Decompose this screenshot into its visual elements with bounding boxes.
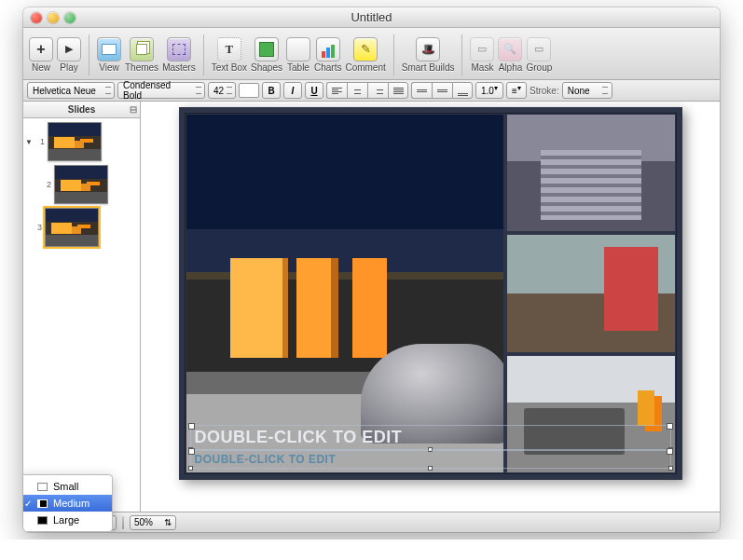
- view-button[interactable]: View: [97, 37, 121, 73]
- columns-select[interactable]: ≡: [506, 82, 527, 99]
- line-spacing-select[interactable]: 1.0: [475, 82, 503, 99]
- status-bar: ▸ 50%⇅ Small ✓Medium Large: [23, 512, 720, 532]
- h-align-group: [326, 82, 408, 99]
- play-icon: [57, 37, 81, 61]
- size-swatch-icon: [37, 499, 48, 508]
- slide-number: 3: [33, 223, 42, 232]
- alpha-label: Alpha: [499, 62, 523, 73]
- masters-button[interactable]: Masters: [162, 37, 196, 73]
- separator: [461, 34, 462, 75]
- slide-number: 1: [35, 137, 45, 146]
- smartbuilds-label: Smart Builds: [402, 62, 455, 73]
- alpha-button[interactable]: Alpha: [498, 37, 522, 73]
- stroke-select[interactable]: None: [562, 82, 612, 99]
- valign-middle-button[interactable]: [432, 82, 452, 99]
- smartbuilds-icon: [416, 37, 440, 61]
- font-family-select[interactable]: Helvetica Neue: [27, 82, 115, 99]
- title-text-box[interactable]: DOUBLE-CLICK TO EDIT: [190, 425, 671, 450]
- photo-placeholder[interactable]: [186, 115, 503, 472]
- slide-number: 2: [42, 180, 51, 189]
- content-area: Slides ▼ 1 2 3: [23, 102, 720, 512]
- play-label: Play: [60, 62, 77, 73]
- play-button[interactable]: Play: [57, 37, 81, 73]
- underline-button[interactable]: U: [305, 82, 323, 99]
- slide-thumbnail-row[interactable]: 2: [25, 165, 138, 204]
- separator: [393, 34, 394, 75]
- zoom-value: 50%: [134, 517, 153, 527]
- slides-header[interactable]: Slides: [23, 102, 140, 118]
- thumbnail-size-menu: Small ✓Medium Large: [23, 474, 113, 532]
- title-placeholder-text: DOUBLE-CLICK TO EDIT: [195, 428, 403, 446]
- zoom-select[interactable]: 50%⇅: [130, 515, 176, 530]
- font-size-select[interactable]: 42: [208, 82, 236, 99]
- size-swatch-icon: [37, 483, 48, 491]
- masters-icon: [167, 37, 191, 61]
- shapes-label: Shapes: [251, 62, 282, 73]
- titlebar[interactable]: Untitled: [23, 7, 720, 28]
- resize-handle[interactable]: [188, 466, 193, 471]
- photo-placeholder[interactable]: [507, 115, 675, 231]
- slide-thumbnail-row[interactable]: ▼ 1: [25, 122, 138, 161]
- stepper-icon: ⇅: [164, 517, 172, 527]
- format-bar: Helvetica Neue Condensed Bold 42 B I U 1…: [23, 80, 720, 102]
- themes-icon: [130, 37, 154, 61]
- resize-handle[interactable]: [668, 466, 673, 471]
- menu-item-medium[interactable]: ✓Medium: [23, 495, 112, 512]
- new-button[interactable]: New: [29, 37, 53, 73]
- subtitle-placeholder-text: DOUBLE-CLICK TO EDIT: [195, 453, 337, 466]
- resize-handle[interactable]: [428, 466, 433, 471]
- align-center-button[interactable]: [347, 82, 367, 99]
- themes-label: Themes: [125, 62, 158, 73]
- slide-thumbnail[interactable]: [54, 165, 108, 204]
- bold-button[interactable]: B: [262, 82, 281, 99]
- slide[interactable]: DOUBLE-CLICK TO EDIT DOUBLE-CLICK TO EDI…: [179, 107, 682, 480]
- plus-icon: [29, 37, 53, 61]
- slide-thumbnail-row[interactable]: 3: [25, 208, 138, 247]
- mask-label: Mask: [472, 62, 494, 73]
- table-icon: [286, 37, 310, 61]
- photo-placeholder[interactable]: [507, 235, 675, 351]
- slide-thumbnail[interactable]: [48, 122, 102, 161]
- disclosure-triangle-icon[interactable]: ▼: [25, 138, 33, 146]
- mask-icon: [470, 37, 494, 61]
- masters-label: Masters: [162, 62, 196, 73]
- table-label: Table: [287, 62, 310, 73]
- menu-item-large[interactable]: Large: [23, 512, 112, 528]
- thumbnail-list: ▼ 1 2 3: [23, 118, 140, 512]
- comment-button[interactable]: Comment: [345, 37, 385, 73]
- canvas[interactable]: DOUBLE-CLICK TO EDIT DOUBLE-CLICK TO EDI…: [141, 102, 720, 512]
- group-button[interactable]: Group: [526, 37, 552, 73]
- splitter-handle[interactable]: [122, 516, 124, 529]
- themes-button[interactable]: Themes: [125, 37, 158, 73]
- window-title: Untitled: [23, 10, 720, 24]
- separator: [89, 34, 89, 75]
- v-align-group: [411, 82, 473, 99]
- mask-button[interactable]: Mask: [470, 37, 494, 73]
- valign-bottom-button[interactable]: [452, 82, 473, 99]
- align-left-button[interactable]: [326, 82, 347, 99]
- shapes-icon: [255, 37, 279, 61]
- textbox-label: Text Box: [212, 62, 247, 73]
- view-label: View: [99, 62, 119, 73]
- menu-item-small[interactable]: Small: [23, 478, 112, 495]
- align-justify-button[interactable]: [388, 82, 408, 99]
- menu-item-label: Large: [53, 514, 79, 526]
- subtitle-text-box[interactable]: DOUBLE-CLICK TO EDIT: [190, 450, 671, 469]
- valign-top-button[interactable]: [411, 82, 432, 99]
- smartbuilds-button[interactable]: Smart Builds: [402, 37, 455, 73]
- align-right-button[interactable]: [367, 82, 388, 99]
- app-window: Untitled New Play View Themes Masters Te…: [23, 7, 720, 532]
- charts-button[interactable]: Charts: [314, 37, 341, 73]
- view-icon: [97, 37, 121, 61]
- slide-thumbnail[interactable]: [45, 208, 99, 247]
- shapes-button[interactable]: Shapes: [251, 37, 282, 73]
- menu-item-label: Small: [53, 481, 79, 492]
- font-style-select[interactable]: Condensed Bold: [117, 82, 205, 99]
- italic-button[interactable]: I: [283, 82, 302, 99]
- textbox-button[interactable]: Text Box: [212, 37, 247, 73]
- text-color-swatch[interactable]: [239, 83, 259, 98]
- toolbar: New Play View Themes Masters Text Box Sh…: [23, 28, 720, 80]
- table-button[interactable]: Table: [286, 37, 310, 73]
- comment-icon: [353, 37, 378, 61]
- group-label: Group: [526, 62, 552, 73]
